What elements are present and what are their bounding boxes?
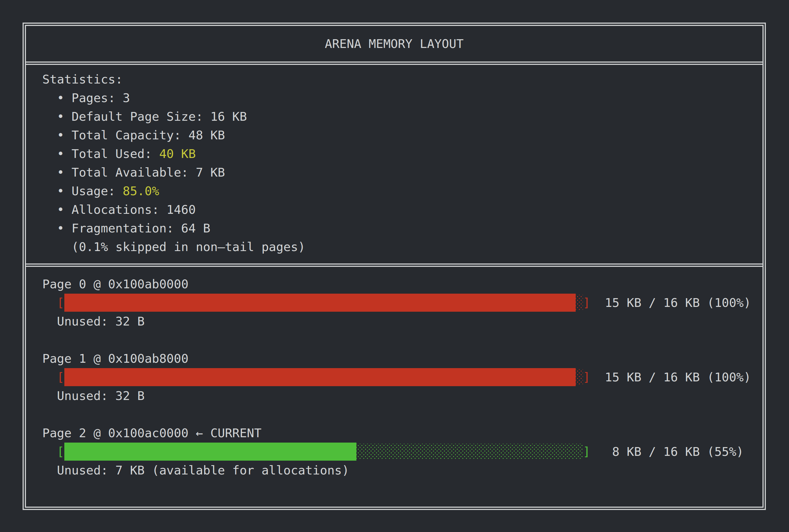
bar-partial-segment (576, 369, 583, 385)
bullet-icon: • (57, 165, 64, 179)
stat-line-total-capacity: •Total Capacity: 48 KB (42, 126, 763, 145)
page-0-unused: Unused: 32 B (42, 312, 763, 330)
page-0-header: Page 0 @ 0x100ab0000 (42, 275, 763, 293)
bullet-icon: • (57, 184, 64, 198)
stat-text: Allocations: 1460 (72, 203, 196, 217)
page-0-usage-bar: []15 KB / 16 KB (100%) (42, 293, 763, 312)
stat-highlight: 85.0% (123, 184, 159, 198)
bar-free-segment (356, 444, 583, 459)
stat-text: Pages: 3 (72, 91, 130, 105)
stat-text: Total Available: 7 KB (72, 165, 225, 179)
stat-highlight: 40 KB (159, 147, 195, 161)
fragmentation-footnote: (0.1% skipped in non–tail pages) (42, 238, 763, 256)
stat-line-default-page-size: •Default Page Size: 16 KB (42, 107, 763, 126)
bullet-icon: • (57, 110, 64, 124)
page-0-group: Page 0 @ 0x100ab0000 []15 KB / 16 KB (10… (42, 275, 763, 330)
stat-line-allocations: •Allocations: 1460 (42, 200, 763, 219)
statistics-heading: Statistics: (42, 70, 763, 89)
bullet-icon: • (57, 128, 64, 142)
page-1-unused: Unused: 32 B (42, 386, 763, 405)
statistics-section: Statistics: •Pages: 3 •Default Page Size… (26, 61, 763, 264)
stat-line-usage: •Usage: 85.0% (42, 182, 763, 200)
bullet-icon: • (57, 203, 64, 217)
bar-used-segment (64, 293, 576, 312)
bar-open-bracket: [ (57, 442, 64, 461)
bar-open-bracket: [ (57, 293, 64, 312)
stat-text: Total Capacity: 48 KB (72, 128, 225, 142)
bar-close-bracket: ] (583, 368, 590, 386)
page-1-header: Page 1 @ 0x100ab8000 (42, 349, 763, 368)
bar-close-bracket: ] (583, 293, 590, 312)
stat-text: Total Used: (72, 147, 159, 161)
bar-partial-segment (576, 295, 583, 310)
stat-line-fragmentation: •Fragmentation: 64 B (42, 219, 763, 238)
stat-line-total-used: •Total Used: 40 KB (42, 145, 763, 163)
bullet-icon: • (57, 221, 64, 235)
page-1-usage-bar: []15 KB / 16 KB (100%) (42, 368, 763, 386)
page-2-usage-bar: [] 8 KB / 16 KB (55%) (42, 442, 763, 461)
page-2-group: Page 2 @ 0x100ac0000 ← CURRENT [] 8 KB /… (42, 424, 763, 479)
stat-line-total-available: •Total Available: 7 KB (42, 163, 763, 182)
usage-label: 15 KB / 16 KB (100%) (605, 296, 751, 310)
bar-used-segment (64, 368, 576, 386)
page-2-header: Page 2 @ 0x100ac0000 ← CURRENT (42, 424, 763, 442)
page-1-group: Page 1 @ 0x100ab8000 []15 KB / 16 KB (10… (42, 349, 763, 405)
usage-label: 15 KB / 16 KB (100%) (605, 370, 751, 384)
arena-memory-layout-panel: ARENA MEMORY LAYOUT Statistics: •Pages: … (23, 23, 766, 510)
bar-used-segment (64, 442, 357, 461)
stat-text: Fragmentation: 64 B (72, 221, 210, 235)
title-bar: ARENA MEMORY LAYOUT (26, 26, 763, 61)
bullet-icon: • (57, 147, 64, 161)
stat-line-pages: •Pages: 3 (42, 89, 763, 107)
stat-text: Default Page Size: 16 KB (72, 110, 247, 124)
page-2-unused: Unused: 7 KB (available for allocations) (42, 461, 763, 479)
pages-section: Page 0 @ 0x100ab0000 []15 KB / 16 KB (10… (26, 264, 763, 479)
bar-close-bracket: ] (583, 442, 590, 461)
stat-text: Usage: (72, 184, 123, 198)
page-title: ARENA MEMORY LAYOUT (325, 37, 464, 51)
bullet-icon: • (57, 91, 64, 105)
usage-label: 8 KB / 16 KB (55%) (605, 444, 744, 459)
bar-open-bracket: [ (57, 368, 64, 386)
